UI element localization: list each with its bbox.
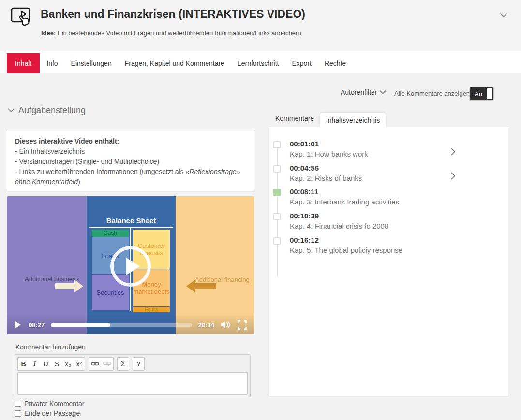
current-time: 08:27 xyxy=(29,321,45,329)
slide-right-section xyxy=(176,196,254,334)
chapter-item-1[interactable]: 00:01:01 Kap. 1: How banks work xyxy=(269,140,508,164)
chapter-4-title: Kap. 4: Financial crisis fo 2008 xyxy=(290,222,388,230)
tab-info[interactable]: Info xyxy=(40,53,64,73)
play-button[interactable] xyxy=(15,321,21,329)
private-comment-checkbox[interactable] xyxy=(15,401,21,407)
volume-icon xyxy=(221,321,230,329)
underline-button[interactable]: U xyxy=(40,358,51,370)
video-controls-bar: 08:27 20:34 xyxy=(7,315,254,334)
page-header: Banken und Finanzkrisen (INTERAKTIVES VI… xyxy=(0,0,521,51)
show-all-comments-toggle[interactable]: An xyxy=(470,87,493,100)
chapter-5-title: Kap. 5: The global policiy response xyxy=(290,246,402,254)
toggle-state-label: An xyxy=(470,87,487,100)
tab-einstellungen[interactable]: Einstellungen xyxy=(65,53,118,73)
subscript-button[interactable]: x₂ xyxy=(62,358,74,370)
chapter-4-time: 00:10:39 xyxy=(290,212,319,220)
slide-right-label: Additional financing xyxy=(195,276,250,283)
end-of-passage-checkbox[interactable] xyxy=(15,410,21,417)
big-play-button[interactable] xyxy=(110,246,151,287)
balance-item-equity: Equity xyxy=(133,307,170,312)
slide-left-label: Additional business xyxy=(25,275,79,283)
chevron-right-icon[interactable] xyxy=(450,147,456,156)
superscript-button[interactable]: x² xyxy=(74,358,85,370)
insert-link-button[interactable] xyxy=(89,358,101,370)
task-description-box: Dieses interaktive Video enthält: - Ein … xyxy=(7,130,254,192)
comment-editor: B I U S x₂ x² xyxy=(15,354,251,397)
chapter-5-checkbox[interactable] xyxy=(273,237,281,245)
progress-bar[interactable] xyxy=(51,323,192,327)
page: Banken und Finanzkrisen (INTERAKTIVES VI… xyxy=(0,0,521,420)
fullscreen-icon xyxy=(238,320,247,330)
chapter-item-4[interactable]: 00:10:39 Kap. 4: Financial crisis fo 200… xyxy=(269,212,508,236)
chapter-5-time: 00:16:12 xyxy=(290,236,319,244)
task-line-2: - Verständnisfragen (Single- und Mutlipl… xyxy=(15,157,246,167)
chevron-down-icon xyxy=(380,90,386,94)
header-collapse-chevron-down-icon[interactable] xyxy=(499,13,508,18)
task-section-title: Aufgabenstellung xyxy=(18,105,86,116)
slide-left-section xyxy=(7,196,87,334)
bold-button[interactable]: B xyxy=(18,358,29,370)
chevron-right-icon[interactable] xyxy=(450,172,456,180)
author-filter-dropdown[interactable]: Autorenfilter xyxy=(341,88,386,96)
show-all-comments-label: Alle Kommentare anzeigen: xyxy=(394,90,472,97)
table-of-contents-panel: 00:01:01 Kap. 1: How banks work 00:04:56… xyxy=(269,127,508,396)
chevron-down-icon xyxy=(8,108,15,113)
private-comment-row: Privater Kommentar xyxy=(15,400,84,407)
remove-link-button[interactable] xyxy=(101,358,113,370)
unlink-icon xyxy=(103,361,111,367)
end-of-passage-label: Ende der Passage xyxy=(24,409,80,417)
italic-button[interactable]: I xyxy=(29,358,40,370)
arrow-left-icon xyxy=(195,283,216,289)
editor-toolbar: B I U S x₂ x² xyxy=(17,357,248,371)
chapter-1-checkbox[interactable] xyxy=(273,141,281,148)
chapter-2-checkbox[interactable] xyxy=(273,165,281,173)
fullscreen-button[interactable] xyxy=(238,320,247,330)
video-player[interactable]: Balance Sheet Cash Loans Securities Cust… xyxy=(7,196,254,334)
tab-lernfortschritt[interactable]: Lernfortschritt xyxy=(231,53,285,73)
tab-kommentare[interactable]: Kommentare xyxy=(275,115,314,122)
balance-sheet-title: Balance Sheet xyxy=(87,217,176,225)
chapter-item-5[interactable]: 00:16:12 Kap. 5: The global policiy resp… xyxy=(269,236,508,260)
duration: 20:34 xyxy=(198,321,214,329)
tab-inhaltsverzeichnis[interactable]: Inhaltsverzeichnis xyxy=(320,113,386,128)
chapter-1-time: 00:01:01 xyxy=(290,140,319,148)
link-icon xyxy=(91,362,99,366)
author-filter-label: Autorenfilter xyxy=(341,88,377,96)
tab-rechte[interactable]: Rechte xyxy=(318,53,352,73)
balance-sheet-underline xyxy=(89,227,173,228)
page-subtitle: Idee: Ein bestehendes Video mit Fragen u… xyxy=(41,29,301,37)
chapter-4-checkbox[interactable] xyxy=(273,213,281,220)
chapter-1-title: Kap. 1: How banks work xyxy=(290,150,368,158)
balance-item-cash: Cash xyxy=(92,230,129,237)
chapter-3-title: Kap. 3: Interbank trading activities xyxy=(290,198,399,206)
play-icon xyxy=(126,258,140,275)
arrow-right-icon xyxy=(55,283,74,289)
chapter-2-time: 00:04:56 xyxy=(290,164,319,172)
chapter-item-2[interactable]: 00:04:56 Kap. 2: Risks of banks xyxy=(269,164,508,188)
chapter-3-checkbox[interactable] xyxy=(273,189,281,196)
task-line-1: - Ein Inhaltsverzeichnis xyxy=(15,146,246,157)
add-comment-label: Kommentar hinzufügen xyxy=(15,343,86,351)
private-comment-label: Privater Kommentar xyxy=(24,400,84,407)
main-tabbar: Inhalt Info Einstellungen Fragen, Kapite… xyxy=(0,51,521,73)
page-title: Banken und Finanzkrisen (INTERAKTIVES VI… xyxy=(41,8,305,21)
strikethrough-button[interactable]: S xyxy=(51,358,62,370)
tab-export[interactable]: Export xyxy=(286,53,318,73)
idea-label: Idee: xyxy=(41,29,56,37)
idea-text: Ein bestehendes Video mit Fragen und wei… xyxy=(56,29,301,37)
task-intro: Dieses interaktive Video enthält: xyxy=(15,136,246,146)
chapter-item-3[interactable]: 00:08:11 Kap. 3: Interbank trading activ… xyxy=(269,188,508,212)
volume-button[interactable] xyxy=(221,321,230,329)
tab-inhalt[interactable]: Inhalt xyxy=(7,53,40,73)
tab-fragen-kapitel-kommentare[interactable]: Fragen, Kapitel und Kommentare xyxy=(119,53,231,73)
task-line-3: - Links zu weiterführenden Informationen… xyxy=(15,167,246,187)
end-of-passage-row: Ende der Passage xyxy=(15,409,80,417)
task-section-header[interactable]: Aufgabenstellung xyxy=(8,105,86,116)
formula-button[interactable]: Σ xyxy=(118,358,129,370)
toggle-knob xyxy=(487,88,492,99)
comment-input[interactable] xyxy=(17,372,248,395)
chapter-2-title: Kap. 2: Risks of banks xyxy=(290,174,362,182)
interactive-video-icon xyxy=(9,5,33,29)
chapter-3-time: 00:08:11 xyxy=(290,188,318,196)
editor-help-button[interactable]: ? xyxy=(133,358,144,370)
